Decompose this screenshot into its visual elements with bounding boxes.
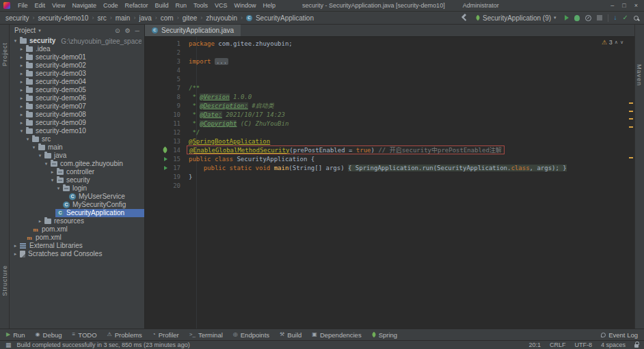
tree-toggle-icon[interactable]: ▸ bbox=[49, 169, 55, 175]
tree-item-security-demo08[interactable]: ▸security-demo08 bbox=[10, 111, 144, 119]
code-line-11[interactable]: 11 * @Copyright (C) ZhuYouBin bbox=[145, 119, 626, 128]
menu-help[interactable]: Help bbox=[260, 2, 280, 9]
code-line-5[interactable]: 5 bbox=[145, 74, 626, 83]
stop-button[interactable] bbox=[597, 15, 602, 20]
line-number[interactable]: 11 bbox=[171, 120, 189, 127]
toolwindow-button-build[interactable]: ⚒Build bbox=[280, 331, 301, 339]
tree-item-security-demo03[interactable]: ▸security-demo03 bbox=[10, 70, 144, 78]
tree-item-java[interactable]: ▾java bbox=[10, 152, 144, 160]
lock-icon[interactable] bbox=[634, 344, 639, 348]
line-number[interactable]: 2 bbox=[171, 49, 189, 56]
code-line-13[interactable]: 13@SpringBootApplication bbox=[145, 137, 626, 145]
toolwindow-button-debug[interactable]: ◉Debug bbox=[36, 331, 62, 339]
tree-item-main[interactable]: ▾main bbox=[10, 143, 144, 152]
tree-toggle-icon[interactable]: ▾ bbox=[18, 128, 25, 134]
breadcrumb-main[interactable]: main bbox=[116, 14, 131, 22]
event-log-button[interactable]: Event Log bbox=[601, 331, 638, 339]
toolwindow-button-endpoints[interactable]: ◎Endpoints bbox=[233, 331, 269, 339]
hide-panel-icon[interactable]: ─ bbox=[135, 27, 139, 34]
tree-toggle-icon[interactable]: ▸ bbox=[12, 251, 18, 257]
line-number[interactable]: 20 bbox=[171, 182, 189, 189]
tree-item-pom-xml[interactable]: pom.xml bbox=[10, 234, 144, 242]
tree-item-security-demo04[interactable]: ▸security-demo04 bbox=[10, 78, 144, 86]
tree-toggle-icon[interactable]: ▾ bbox=[55, 186, 62, 191]
menu-vcs[interactable]: VCS bbox=[211, 2, 231, 9]
toolwindow-project-button[interactable]: Project bbox=[1, 42, 8, 66]
menu-edit[interactable]: Edit bbox=[31, 2, 49, 9]
toolwindow-button-todo[interactable]: ≡TODO bbox=[72, 331, 97, 339]
tree-item-login[interactable]: ▾login bbox=[10, 184, 144, 193]
code-line-14[interactable]: 14@EnableGlobalMethodSecurity(prePostEna… bbox=[145, 145, 626, 154]
line-number[interactable]: 17 bbox=[171, 165, 189, 171]
inspections-widget[interactable]: ⚠ 3 ∧ ∨ bbox=[602, 39, 623, 46]
tree-item-com-gitee-zhuyoubin[interactable]: ▾com.gitee.zhuyoubin bbox=[10, 160, 144, 168]
profiler-button[interactable] bbox=[585, 15, 591, 21]
tree-item-src[interactable]: ▾src bbox=[10, 135, 144, 143]
line-number[interactable]: 9 bbox=[171, 102, 189, 109]
menu-file[interactable]: File bbox=[14, 2, 31, 9]
locate-file-icon[interactable]: ⊙ bbox=[115, 27, 120, 34]
tree-item-controller[interactable]: ▸controller bbox=[10, 168, 144, 176]
tree-item-scratches-and-consoles[interactable]: ▸Scratches and Consoles bbox=[10, 250, 144, 258]
menu-run[interactable]: Run bbox=[172, 2, 190, 9]
line-number[interactable]: 5 bbox=[171, 76, 189, 83]
line-number[interactable]: 13 bbox=[171, 138, 189, 145]
breadcrumb-java[interactable]: java bbox=[139, 14, 151, 22]
indent-setting[interactable]: 4 spaces bbox=[601, 341, 626, 348]
line-number[interactable]: 10 bbox=[171, 111, 189, 118]
file-encoding[interactable]: UTF-8 bbox=[574, 341, 592, 348]
tree-toggle-icon[interactable]: ▸ bbox=[18, 104, 25, 109]
tree-item-security-demo07[interactable]: ▸security-demo07 bbox=[10, 102, 144, 111]
tree-toggle-icon[interactable]: ▸ bbox=[18, 96, 25, 101]
debug-button[interactable] bbox=[574, 15, 580, 21]
toolwindow-maven-button[interactable]: Maven bbox=[636, 64, 643, 86]
run-config-select[interactable]: SecurityApplication (9) ▾ bbox=[473, 14, 559, 23]
tree-toggle-icon[interactable]: ▸ bbox=[18, 55, 25, 60]
tree-item-security-demo01[interactable]: ▸security-demo01 bbox=[10, 53, 144, 61]
breadcrumb-src[interactable]: src bbox=[97, 14, 106, 22]
code-area[interactable]: 1package com.gitee.zhuyoubin;23import ..… bbox=[145, 39, 626, 190]
tree-toggle-icon[interactable]: ▸ bbox=[18, 120, 25, 126]
tree-item-securityapplication[interactable]: SecurityApplication bbox=[10, 209, 144, 217]
tree-toggle-icon[interactable]: ▸ bbox=[18, 79, 25, 85]
code-line-3[interactable]: 3import ... bbox=[145, 57, 626, 66]
tree-toggle-icon[interactable]: ▾ bbox=[43, 161, 49, 167]
tree-item-security-demo02[interactable]: ▸security-demo02 bbox=[10, 61, 144, 70]
next-warning-icon[interactable]: ∨ bbox=[620, 40, 623, 45]
menu-build[interactable]: Build bbox=[151, 2, 172, 9]
line-separator[interactable]: CRLF bbox=[550, 341, 566, 348]
line-number[interactable]: 7 bbox=[171, 85, 189, 92]
toolwindow-button-profiler[interactable]: ◔Profiler bbox=[152, 331, 179, 339]
tree-toggle-icon[interactable]: ▸ bbox=[18, 87, 25, 93]
toolwindow-structure-button[interactable]: Structure bbox=[1, 265, 8, 296]
spring-bean-gutter-icon[interactable] bbox=[162, 147, 169, 154]
line-number[interactable]: 12 bbox=[171, 129, 189, 136]
tree-toggle-icon[interactable]: ▸ bbox=[18, 46, 25, 52]
breadcrumb-securityapplication[interactable]: SecurityApplication bbox=[256, 14, 314, 22]
breadcrumb-security-demo10[interactable]: security-demo10 bbox=[38, 14, 88, 22]
code-line-19[interactable]: 19} bbox=[145, 172, 626, 181]
code-line-12[interactable]: 12 */ bbox=[145, 128, 626, 137]
menu-view[interactable]: View bbox=[49, 2, 68, 9]
tree-toggle-icon[interactable]: ▸ bbox=[18, 112, 25, 117]
chevron-down-icon[interactable]: ▾ bbox=[38, 28, 41, 33]
code-line-20[interactable]: 20 bbox=[145, 181, 626, 190]
tree-toggle-icon[interactable]: ▾ bbox=[31, 145, 37, 150]
tree-toggle-icon[interactable]: ▸ bbox=[12, 243, 18, 249]
toolwindow-button-dependencies[interactable]: ▣Dependencies bbox=[312, 331, 361, 339]
line-number[interactable]: 15 bbox=[171, 156, 189, 163]
tree-item-idea[interactable]: ▸.idea bbox=[10, 45, 144, 53]
code-line-17[interactable]: 17 public static void main(String[] args… bbox=[145, 163, 626, 172]
tree-toggle-icon[interactable]: ▾ bbox=[25, 137, 31, 142]
toolwindow-button-spring[interactable]: Spring bbox=[372, 331, 397, 339]
menu-navigate[interactable]: Navigate bbox=[68, 2, 100, 9]
code-line-9[interactable]: 9 * @Description: #启动类 bbox=[145, 101, 626, 110]
code-line-1[interactable]: 1package com.gitee.zhuyoubin; bbox=[145, 39, 626, 48]
menu-code[interactable]: Code bbox=[100, 2, 122, 9]
settings-gear-icon[interactable]: ⚙ bbox=[125, 27, 131, 34]
code-line-7[interactable]: 7/** bbox=[145, 83, 626, 92]
run-gutter-icon[interactable] bbox=[164, 157, 167, 161]
tree-item-myuserservice[interactable]: MyUserService bbox=[10, 193, 144, 201]
tree-item-security-demo10[interactable]: ▾security-demo10 bbox=[10, 127, 144, 135]
tree-toggle-icon[interactable]: ▸ bbox=[18, 63, 25, 68]
